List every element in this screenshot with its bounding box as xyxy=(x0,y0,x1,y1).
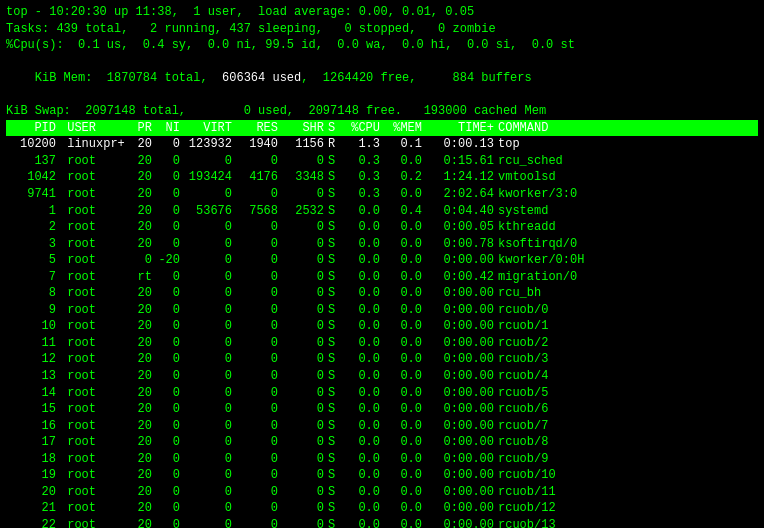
table-body: 10200 linuxpr+20012393219401156R1.30.10:… xyxy=(6,136,758,528)
table-row: 3 root200000S0.00.00:00.78ksoftirqd/0 xyxy=(6,236,758,253)
table-row: 20 root200000S0.00.00:00.00rcuob/11 xyxy=(6,484,758,501)
table-row: 18 root200000S0.00.00:00.00rcuob/9 xyxy=(6,451,758,468)
table-row: 16 root200000S0.00.00:00.00rcuob/7 xyxy=(6,418,758,435)
header-line1: top - 10:20:30 up 11:38, 1 user, load av… xyxy=(6,4,758,21)
col-header-user: USER xyxy=(60,120,128,137)
header-line3: %Cpu(s): 0.1 us, 0.4 sy, 0.0 ni, 99.5 id… xyxy=(6,37,758,54)
process-table: PID USER PR NI VIRT RES SHR S %CPU %MEM … xyxy=(6,120,758,528)
table-row: 19 root200000S0.00.00:00.00rcuob/10 xyxy=(6,467,758,484)
table-row: 15 root200000S0.00.00:00.00rcuob/6 xyxy=(6,401,758,418)
table-row: 9741 root200000S0.30.02:02.64kworker/3:0 xyxy=(6,186,758,203)
header-line2: Tasks: 439 total, 2 running, 437 sleepin… xyxy=(6,21,758,38)
table-row: 14 root200000S0.00.00:00.00rcuob/5 xyxy=(6,385,758,402)
table-row: 5 root0-20000S0.00.00:00.00kworker/0:0H xyxy=(6,252,758,269)
table-row: 10200 linuxpr+20012393219401156R1.30.10:… xyxy=(6,136,758,153)
col-header-ni: NI xyxy=(156,120,184,137)
terminal-output: top - 10:20:30 up 11:38, 1 user, load av… xyxy=(6,4,758,120)
table-row: 12 root200000S0.00.00:00.00rcuob/3 xyxy=(6,351,758,368)
table-row: 1042 root20019342441763348S0.30.21:24.12… xyxy=(6,169,758,186)
col-header-mem: %MEM xyxy=(384,120,426,137)
table-row: 17 root200000S0.00.00:00.00rcuob/8 xyxy=(6,434,758,451)
table-row: 1 root2005367675682532S0.00.40:04.40syst… xyxy=(6,203,758,220)
col-header-res: RES xyxy=(236,120,282,137)
col-header-cpu: %CPU xyxy=(342,120,384,137)
table-header-row: PID USER PR NI VIRT RES SHR S %CPU %MEM … xyxy=(6,120,758,137)
table-row: 21 root200000S0.00.00:00.00rcuob/12 xyxy=(6,500,758,517)
table-row: 9 root200000S0.00.00:00.00rcuob/0 xyxy=(6,302,758,319)
table-row: 11 root200000S0.00.00:00.00rcuob/2 xyxy=(6,335,758,352)
header-line4: KiB Mem: 1870784 total, 606364 used, 126… xyxy=(6,54,758,104)
col-header-pid: PID xyxy=(8,120,60,137)
col-header-virt: VIRT xyxy=(184,120,236,137)
table-row: 8 root200000S0.00.00:00.00rcu_bh xyxy=(6,285,758,302)
table-row: 7 rootrt0000S0.00.00:00.42migration/0 xyxy=(6,269,758,286)
table-row: 22 root200000S0.00.00:00.00rcuob/13 xyxy=(6,517,758,528)
col-header-pr: PR xyxy=(128,120,156,137)
table-row: 137 root200000S0.30.00:15.61rcu_sched xyxy=(6,153,758,170)
table-row: 10 root200000S0.00.00:00.00rcuob/1 xyxy=(6,318,758,335)
col-header-cmd: COMMAND xyxy=(498,120,756,137)
table-row: 13 root200000S0.00.00:00.00rcuob/4 xyxy=(6,368,758,385)
col-header-s: S xyxy=(328,120,342,137)
col-header-time: TIME+ xyxy=(426,120,498,137)
header-line5: KiB Swap: 2097148 total, 0 used, 2097148… xyxy=(6,103,758,120)
col-header-shr: SHR xyxy=(282,120,328,137)
table-row: 2 root200000S0.00.00:00.05kthreadd xyxy=(6,219,758,236)
